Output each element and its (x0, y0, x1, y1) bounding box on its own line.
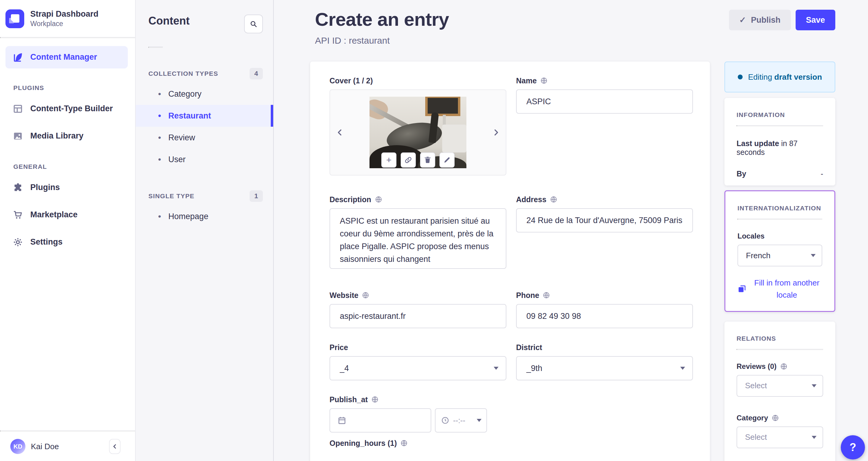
name-input[interactable] (516, 89, 693, 114)
bullet-icon: • (158, 89, 161, 99)
phone-input[interactable] (516, 304, 693, 328)
subnav-item-label: Homepage (168, 212, 208, 221)
sidebar-item-settings[interactable]: Settings (5, 231, 128, 253)
page-title: Create an entry (315, 8, 449, 30)
status-dot-icon (738, 75, 743, 79)
globe-icon (540, 77, 548, 84)
globe-icon (772, 414, 779, 422)
main-sidebar: Strapi Dashboard Workplace Content Manag… (0, 0, 136, 461)
main-content: Create an entry API ID : restaurant ✓ Pu… (274, 0, 868, 461)
subnav-item-homepage[interactable]: • Homepage (136, 205, 273, 227)
category-relation-select[interactable]: Select (737, 427, 823, 448)
sidebar-section-general: GENERAL Plugins Marketplace Settings (0, 163, 135, 253)
caret-down-icon (812, 384, 816, 387)
strapi-logo-icon (5, 9, 24, 28)
collection-types-count-badge: 4 (250, 68, 263, 79)
price-select[interactable]: _4 (330, 356, 506, 380)
collapse-sidebar-button[interactable] (109, 439, 121, 454)
chevron-left-icon (112, 443, 118, 450)
bullet-icon: • (158, 111, 161, 121)
entry-form-card: Cover (1 / 2) + (310, 61, 710, 461)
subnav-title: Content (148, 15, 190, 27)
description-textarea[interactable]: ASPIC est un restaurant parisien situé a… (330, 208, 506, 269)
bullet-icon: • (158, 154, 161, 164)
caret-down-icon (477, 419, 482, 422)
address-field-label: Address (516, 195, 693, 204)
sidebar-item-label: Content Manager (30, 52, 97, 62)
gear-icon (13, 237, 23, 247)
content-subnav: Content COLLECTION TYPES 4 • Category • … (136, 0, 274, 461)
question-mark-icon: ? (849, 441, 856, 454)
add-media-button[interactable]: + (381, 152, 397, 168)
information-title: INFORMATION (737, 111, 823, 118)
reviews-relation-select[interactable]: Select (737, 375, 823, 397)
locales-label: Locales (738, 232, 822, 240)
carousel-prev-button[interactable] (334, 127, 345, 138)
subnav-item-user[interactable]: • User (136, 148, 273, 170)
copy-link-button[interactable] (401, 152, 416, 168)
publish-at-field-label: Publish_at (330, 395, 506, 404)
website-field-label: Website (330, 291, 506, 300)
workspace-title: Strapi Dashboard (30, 9, 98, 20)
sidebar-footer: KD Kai Doe (0, 430, 135, 461)
internationalization-title: INTERNATIONALIZATION (738, 205, 822, 212)
copy-icon (738, 284, 747, 293)
carousel-next-button[interactable] (491, 127, 501, 138)
help-button[interactable]: ? (841, 435, 865, 460)
fill-from-locale-link[interactable]: Fill in from another locale (738, 277, 822, 301)
sidebar-item-label: Plugins (30, 183, 60, 192)
opening-hours-field-label: Opening_hours (1) (330, 438, 506, 448)
sidebar-item-content-type-builder[interactable]: Content-Type Builder (5, 97, 128, 120)
user-avatar[interactable]: KD (10, 439, 26, 454)
group-title: SINGLE TYPE (148, 193, 194, 200)
address-input[interactable] (516, 208, 693, 232)
plus-icon: + (386, 155, 392, 165)
calendar-icon (337, 416, 346, 425)
sidebar-item-content-manager[interactable]: Content Manager (5, 46, 128, 68)
name-field-label: Name (516, 76, 693, 85)
district-select[interactable]: _9th (516, 356, 693, 380)
save-button[interactable]: Save (796, 10, 835, 30)
sidebar-item-label: Media Library (30, 131, 84, 141)
publish-at-time-select[interactable]: --:-- (435, 408, 487, 433)
search-button[interactable] (244, 15, 263, 33)
workspace-subtitle: Workplace (30, 20, 98, 28)
subnav-item-label: Review (168, 133, 195, 142)
by-label: By (737, 169, 746, 178)
feather-pen-icon (13, 52, 23, 62)
section-title: GENERAL (0, 163, 135, 172)
workspace-brand[interactable]: Strapi Dashboard Workplace (0, 0, 135, 37)
bullet-icon: • (158, 211, 161, 221)
draft-status-banner: Editing draft version (724, 61, 835, 92)
pencil-icon (443, 156, 451, 164)
sidebar-item-media-library[interactable]: Media Library (5, 125, 128, 147)
trash-icon (424, 156, 432, 164)
subnav-item-review[interactable]: • Review (136, 127, 273, 148)
collection-types-group: COLLECTION TYPES 4 • Category • Restaura… (136, 68, 273, 170)
globe-icon (780, 363, 787, 370)
strapi-app: Strapi Dashboard Workplace Content Manag… (0, 0, 868, 461)
puzzle-icon (13, 182, 23, 193)
sidebar-item-marketplace[interactable]: Marketplace (5, 204, 128, 226)
delete-media-button[interactable] (420, 152, 435, 168)
website-input[interactable] (330, 304, 506, 328)
subnav-item-restaurant[interactable]: • Restaurant (136, 105, 273, 127)
user-name: Kai Doe (31, 442, 103, 451)
cover-field-label: Cover (1 / 2) (330, 76, 506, 85)
cover-media-carousel: + (330, 89, 506, 175)
search-icon (250, 20, 257, 28)
locale-select[interactable]: French (738, 244, 822, 266)
publish-button[interactable]: ✓ Publish (729, 10, 791, 30)
entry-side-panel: Editing draft version INFORMATION Last u… (724, 61, 835, 461)
internationalization-card: INTERNATIONALIZATION Locales French Fill… (724, 190, 835, 312)
relations-card: RELATIONS Reviews (0) Select Category (724, 322, 835, 461)
publish-at-date-input[interactable] (330, 408, 431, 433)
subnav-item-category[interactable]: • Category (136, 83, 273, 105)
edit-media-button[interactable] (439, 152, 455, 168)
globe-icon (375, 196, 382, 203)
globe-icon (543, 292, 550, 299)
single-type-group: SINGLE TYPE 1 • Homepage (136, 190, 273, 227)
card-divider (737, 349, 823, 350)
sidebar-divider (0, 37, 135, 38)
sidebar-item-plugins[interactable]: Plugins (5, 176, 128, 199)
